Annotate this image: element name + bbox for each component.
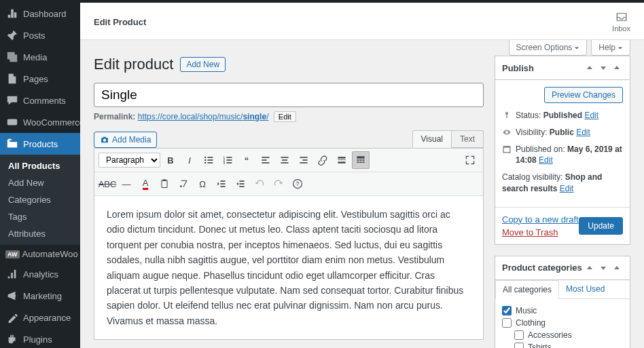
textcolor-button[interactable]: A	[137, 175, 154, 193]
menu-posts[interactable]: Posts	[0, 24, 80, 46]
permalink-link[interactable]: https://core.local/shop/music/single/	[138, 112, 269, 121]
edit-visibility-link[interactable]: Edit	[576, 128, 590, 137]
svg-rect-8	[207, 162, 213, 163]
numbered-list-button[interactable]: 123	[219, 151, 236, 169]
svg-rect-41	[239, 186, 244, 187]
blockquote-button[interactable]: “	[238, 151, 255, 169]
menu-pages[interactable]: Pages	[0, 68, 80, 90]
move-up-button[interactable]	[584, 62, 596, 74]
svg-text:?: ?	[296, 180, 300, 187]
toggle-button[interactable]	[611, 262, 623, 274]
wysiwyg-editor: Paragraph B I 123 “	[94, 148, 484, 340]
hr-button[interactable]: —	[118, 175, 135, 193]
align-left-button[interactable]	[257, 151, 274, 169]
svg-rect-31	[357, 161, 359, 163]
toolbar-toggle-button[interactable]	[352, 151, 370, 169]
move-trash-link[interactable]: Move to Trash	[502, 227, 579, 237]
editor-tab-text[interactable]: Text	[452, 130, 484, 148]
help-tab[interactable]: Help	[591, 40, 630, 56]
svg-rect-20	[281, 162, 288, 163]
link-button[interactable]	[314, 151, 332, 169]
editor-content-area[interactable]: Lorem ipsum dolor sit amet, consectetur …	[94, 196, 483, 339]
menu-products[interactable]: Products	[0, 133, 80, 155]
cat-tab-most[interactable]: Most Used	[559, 280, 611, 298]
product-title-input[interactable]	[94, 83, 484, 107]
clearformat-button[interactable]	[175, 175, 192, 193]
align-right-button[interactable]	[295, 151, 312, 169]
svg-rect-38	[220, 186, 225, 187]
editor-tab-visual[interactable]: Visual	[412, 130, 452, 148]
svg-rect-15	[262, 157, 269, 158]
update-button[interactable]: Update	[579, 217, 623, 235]
svg-rect-6	[207, 159, 213, 161]
menu-plugins[interactable]: Plugins	[0, 328, 80, 348]
preview-changes-button[interactable]: Preview Changes	[544, 87, 623, 103]
menu-woocommerce[interactable]: WooCommerce	[0, 111, 80, 133]
help-button[interactable]: ?	[289, 175, 306, 193]
category-checkbox[interactable]	[514, 330, 524, 340]
menu-appearance[interactable]: Appearance	[0, 307, 80, 328]
submenu-add-new[interactable]: Add New	[0, 174, 80, 191]
svg-rect-21	[300, 157, 307, 158]
outdent-button[interactable]	[213, 175, 230, 193]
submenu-tags[interactable]: Tags	[0, 208, 80, 225]
fullscreen-button[interactable]	[461, 151, 479, 169]
submenu-categories[interactable]: Categories	[0, 191, 80, 208]
move-down-button[interactable]	[597, 62, 609, 74]
svg-rect-18	[281, 157, 288, 158]
menu-media[interactable]: Media	[0, 46, 80, 68]
move-down-button[interactable]	[597, 262, 609, 274]
menu-comments[interactable]: Comments	[0, 90, 80, 111]
readmore-button[interactable]	[333, 151, 351, 169]
svg-rect-37	[220, 183, 225, 185]
align-center-button[interactable]	[276, 151, 293, 169]
menu-analytics[interactable]: Analytics	[0, 263, 80, 285]
italic-button[interactable]: I	[181, 151, 198, 169]
page-title: Edit product	[94, 56, 173, 73]
undo-button[interactable]	[251, 175, 268, 193]
permalink-row: Permalink: https://core.local/shop/music…	[94, 111, 484, 122]
svg-rect-25	[338, 159, 345, 160]
submenu-all-products[interactable]: All Products	[0, 157, 80, 174]
menu-dashboard[interactable]: Dashboard	[0, 3, 80, 24]
edit-date-link[interactable]: Edit	[539, 155, 553, 165]
menu-automatewoo[interactable]: AWAutomateWoo	[0, 245, 80, 263]
svg-rect-36	[220, 180, 225, 182]
edit-status-link[interactable]: Edit	[584, 111, 598, 120]
svg-rect-33	[362, 161, 364, 163]
inbox-icon	[615, 11, 628, 23]
category-checkbox[interactable]	[502, 306, 512, 315]
svg-rect-28	[357, 159, 359, 161]
submenu-attributes[interactable]: Attributes	[0, 225, 80, 242]
svg-point-3	[204, 157, 206, 158]
redo-button[interactable]	[270, 175, 287, 193]
category-checkbox[interactable]	[502, 318, 512, 328]
move-up-button[interactable]	[584, 262, 596, 274]
bullet-list-button[interactable]	[200, 151, 217, 169]
cat-tab-all[interactable]: All categories	[495, 280, 559, 299]
inbox-button[interactable]: Inbox	[612, 11, 630, 33]
category-item: Accessories	[502, 329, 623, 341]
permalink-edit-button[interactable]: Edit	[274, 111, 296, 122]
svg-rect-26	[338, 161, 345, 163]
category-checkbox[interactable]	[514, 343, 524, 348]
svg-rect-47	[503, 146, 510, 147]
strikethrough-button[interactable]: ABC	[99, 175, 116, 193]
edit-catalog-link[interactable]: Edit	[560, 184, 574, 193]
indent-button[interactable]	[232, 175, 249, 193]
comment-icon	[5, 94, 19, 107]
toggle-button[interactable]	[611, 62, 623, 74]
copy-draft-link[interactable]: Copy to a new draft	[502, 214, 579, 225]
svg-rect-23	[300, 162, 307, 163]
bold-button[interactable]: B	[162, 151, 179, 169]
pastetext-button[interactable]	[156, 175, 173, 193]
add-media-button[interactable]: Add Media	[94, 132, 157, 148]
pin-icon	[5, 28, 19, 42]
svg-rect-35	[163, 180, 166, 181]
menu-marketing[interactable]: Marketing	[0, 285, 80, 307]
svg-rect-34	[162, 180, 167, 187]
screen-options-tab[interactable]: Screen Options	[509, 40, 588, 56]
specialchar-button[interactable]: Ω	[194, 175, 211, 193]
add-new-button[interactable]: Add New	[180, 57, 226, 72]
format-select[interactable]: Paragraph	[99, 153, 160, 168]
